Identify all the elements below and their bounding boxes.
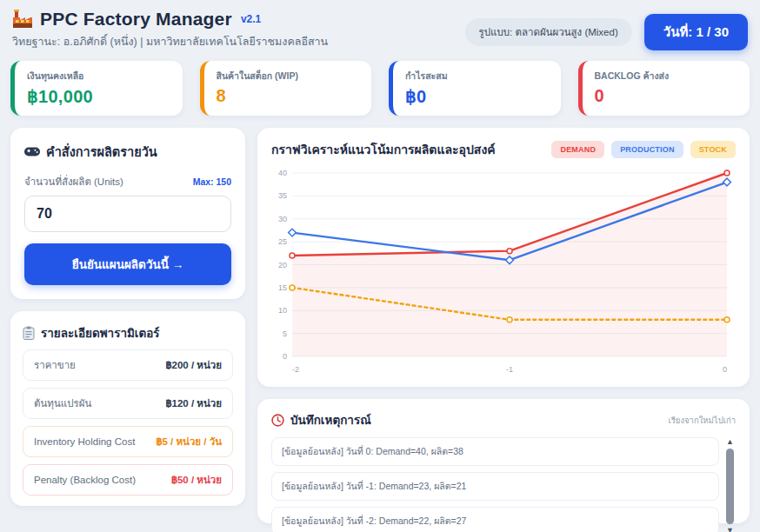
stat-value: ฿10,000 <box>27 86 170 107</box>
svg-text:5: 5 <box>283 329 287 338</box>
quantity-input[interactable] <box>24 196 231 232</box>
svg-text:15: 15 <box>278 283 287 292</box>
quantity-input-label: จำนวนที่สั่งผลิต (Units) <box>24 174 123 190</box>
log-entry: [ข้อมูลย้อนหลัง] วันที่ 0: Demand=40, ผล… <box>271 437 719 466</box>
max-quantity-label: Max: 150 <box>193 176 231 187</box>
param-value: ฿50 / หน่วย <box>171 472 222 488</box>
parameters-panel-title-text: รายละเอียดพารามิเตอร์ <box>41 323 160 342</box>
param-row-variable-cost: ต้นทุนแปรผัน ฿120 / หน่วย <box>23 388 233 419</box>
stat-card-cash: เงินทุนคงเหลือ ฿10,000 <box>10 61 183 116</box>
svg-text:20: 20 <box>278 261 287 269</box>
svg-text:35: 35 <box>278 191 287 200</box>
left-column: คำสั่งการผลิตรายวัน จำนวนที่สั่งผลิต (Un… <box>10 128 245 523</box>
confirm-production-button[interactable]: ยืนยันแผนผลิตวันนี้ → <box>24 243 231 285</box>
scroll-down-icon[interactable]: ▼ <box>726 527 734 532</box>
log-entry: [ข้อมูลย้อนหลัง] วันที่ -2: Demand=22, ผ… <box>271 507 719 532</box>
ppc-factory-manager-app: PPC Factory Manager v2.1 วิทยฐานะ: อ.อภิ… <box>0 0 760 532</box>
stat-value: 8 <box>217 86 360 106</box>
stat-label: BACKLOG ค้างส่ง <box>595 69 738 83</box>
header: PPC Factory Manager v2.1 วิทยฐานะ: อ.อภิ… <box>10 7 750 57</box>
scroll-up-icon[interactable]: ▲ <box>726 438 734 446</box>
app-title: PPC Factory Manager <box>40 9 232 30</box>
param-value: ฿200 / หน่วย <box>166 357 222 373</box>
event-log-title: บันทึกเหตุการณ์ <box>271 410 371 429</box>
param-label: Penalty (Backlog Cost) <box>34 475 136 485</box>
param-value: ฿5 / หน่วย / วัน <box>156 434 222 449</box>
main-content: คำสั่งการผลิตรายวัน จำนวนที่สั่งผลิต (Un… <box>10 128 750 523</box>
header-left: PPC Factory Manager v2.1 วิทยฐานะ: อ.อภิ… <box>12 9 328 50</box>
param-label: Inventory Holding Cost <box>34 436 135 447</box>
clock-icon <box>271 414 284 427</box>
right-column: กราฟวิเคราะห์แนวโน้มการผลิตและอุปสงค์ DE… <box>257 128 750 523</box>
trend-chart-panel: กราฟวิเคราะห์แนวโน้มการผลิตและอุปสงค์ DE… <box>257 128 750 387</box>
param-label: ต้นทุนแปรผัน <box>34 396 91 411</box>
clipboard-icon <box>23 326 35 340</box>
stat-value: 0 <box>595 86 738 106</box>
stat-card-backlog: BACKLOG ค้างส่ง 0 <box>578 61 750 116</box>
header-right: รูปแบบ: ตลาดผันผวนสูง (Mixed) วันที่: 1 … <box>465 14 748 50</box>
param-row-holding-cost: Inventory Holding Cost ฿5 / หน่วย / วัน <box>23 426 233 457</box>
svg-text:0: 0 <box>283 352 287 361</box>
trend-line-chart: 0510152025303540-2-10 <box>271 166 736 379</box>
legend-production[interactable]: PRODUCTION <box>611 141 683 158</box>
stat-label: เงินทุนคงเหลือ <box>27 69 170 83</box>
app-subtitle: วิทยฐานะ: อ.อภิศักดิ์ (หนึ่ง) | มหาวิทยา… <box>12 33 328 50</box>
log-list: [ข้อมูลย้อนหลัง] วันที่ 0: Demand=40, ผล… <box>271 437 719 532</box>
log-entry: [ข้อมูลย้อนหลัง] วันที่ -1: Demand=23, ผ… <box>271 472 719 501</box>
legend-demand[interactable]: DEMAND <box>551 141 604 158</box>
controller-icon <box>24 146 40 157</box>
production-order-panel: คำสั่งการผลิตรายวัน จำนวนที่สั่งผลิต (Un… <box>10 128 245 299</box>
chart-title: กราฟวิเคราะห์แนวโน้มการผลิตและอุปสงค์ <box>271 140 496 159</box>
param-row-penalty-cost: Penalty (Backlog Cost) ฿50 / หน่วย <box>23 464 233 495</box>
scrollbar-thumb[interactable] <box>726 449 734 524</box>
production-panel-title-text: คำสั่งการผลิตรายวัน <box>46 142 157 162</box>
day-counter-button[interactable]: วันที่: 1 / 30 <box>644 14 748 50</box>
event-log-panel: บันทึกเหตุการณ์ เรียงจากใหม่ไปเก่า [ข้อม… <box>257 399 750 523</box>
legend-stock[interactable]: STOCK <box>690 141 736 158</box>
log-scrollbar[interactable]: ▲ ▼ <box>724 437 736 532</box>
app-version: v2.1 <box>241 13 261 25</box>
parameters-panel-title: รายละเอียดพารามิเตอร์ <box>23 323 233 342</box>
market-mode-badge: รูปแบบ: ตลาดผันผวนสูง (Mixed) <box>465 18 632 46</box>
stat-label: กำไรสะสม <box>405 69 549 83</box>
svg-text:-2: -2 <box>292 365 299 374</box>
param-value: ฿120 / หน่วย <box>166 396 222 411</box>
svg-text:-1: -1 <box>506 365 513 374</box>
production-panel-title: คำสั่งการผลิตรายวัน <box>24 142 231 162</box>
svg-text:25: 25 <box>278 237 287 246</box>
parameters-panel: รายละเอียดพารามิเตอร์ ราคาขาย ฿200 / หน่… <box>10 311 245 506</box>
stat-value: ฿0 <box>405 86 549 107</box>
factory-icon <box>12 10 33 29</box>
log-sort-hint: เรียงจากใหม่ไปเก่า <box>668 414 736 427</box>
stat-card-profit: กำไรสะสม ฿0 <box>389 61 561 116</box>
svg-text:10: 10 <box>278 306 287 315</box>
svg-text:0: 0 <box>723 365 727 374</box>
event-log-title-text: บันทึกเหตุการณ์ <box>290 410 371 429</box>
stats-row: เงินทุนคงเหลือ ฿10,000 สินค้าในสต็อก (WI… <box>10 61 750 116</box>
stat-card-stock-wip: สินค้าในสต็อก (WIP) 8 <box>200 61 372 116</box>
param-label: ราคาขาย <box>34 357 76 373</box>
svg-text:40: 40 <box>278 169 287 177</box>
svg-text:30: 30 <box>278 215 287 223</box>
param-row-sale-price: ราคาขาย ฿200 / หน่วย <box>23 349 233 381</box>
stat-label: สินค้าในสต็อก (WIP) <box>217 69 360 83</box>
chart-legend: DEMAND PRODUCTION STOCK <box>551 141 736 158</box>
